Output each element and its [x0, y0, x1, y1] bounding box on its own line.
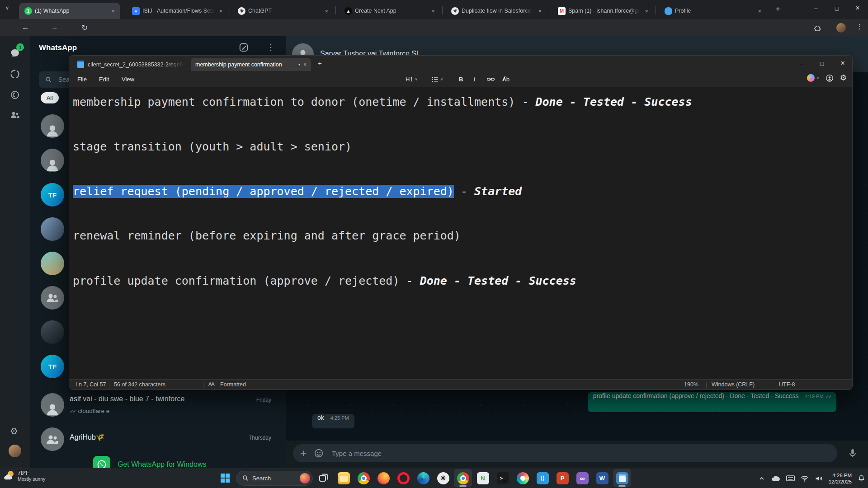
composer-input-bar[interactable]: +	[293, 444, 837, 462]
chat-avatar[interactable]	[41, 149, 64, 172]
browser-profile-avatar[interactable]	[836, 23, 846, 33]
tray-overflow-chevron-icon[interactable]	[758, 475, 765, 482]
tab-close-icon[interactable]: ×	[643, 7, 650, 15]
mic-icon[interactable]	[847, 448, 858, 459]
tab-whatsapp[interactable]: 1 (1) WhatsApp ×	[19, 3, 120, 19]
chat-avatar-twinforce[interactable]: TF	[41, 355, 64, 378]
notifications-bell-icon[interactable]	[858, 474, 865, 482]
encoding-indicator[interactable]: UTF-8	[779, 381, 795, 388]
taskbar-icon-task-view[interactable]	[315, 469, 333, 487]
account-icon[interactable]	[826, 74, 834, 82]
incoming-message[interactable]: ok 4:25 PM	[312, 414, 354, 428]
taskbar-icon-visual-studio[interactable]: ∞	[573, 469, 591, 487]
extensions-icon[interactable]	[814, 24, 821, 32]
formatted-indicator[interactable]: Formatted	[220, 381, 246, 388]
chat-avatar[interactable]	[41, 217, 64, 241]
tab-close-icon[interactable]: ×	[756, 7, 763, 15]
italic-button[interactable]: I	[471, 73, 478, 85]
tab-close-icon[interactable]: ×	[429, 7, 437, 15]
tab-search-chevron-icon[interactable]: ∨	[5, 5, 9, 11]
tab-close-icon[interactable]: ×	[217, 7, 224, 15]
profile-avatar[interactable]	[9, 445, 21, 457]
tab-chatgpt[interactable]: ✳ ChatGPT ×	[232, 3, 334, 19]
notepad-settings-icon[interactable]: ⚙	[840, 73, 847, 83]
chat-avatar-twinforce[interactable]: TF	[41, 183, 64, 206]
taskbar-search-box[interactable]: Search	[236, 471, 313, 486]
notepad-titlebar[interactable]: client_secret_2_60053885332-2reqe52rribc…	[69, 56, 853, 71]
taskbar-icon-chatgpt[interactable]: ✳	[434, 469, 452, 487]
chat-avatar-group[interactable]	[41, 286, 64, 310]
zoom-level[interactable]: 190%	[684, 381, 698, 388]
communities-icon[interactable]	[9, 109, 20, 120]
tab-create-next-app[interactable]: ▲ Create Next App ×	[339, 3, 440, 19]
browser-menu-icon[interactable]: ⋮	[856, 23, 863, 31]
link-button[interactable]	[484, 73, 497, 85]
tab-close-icon[interactable]: ×	[536, 7, 543, 15]
emoji-icon[interactable]	[314, 448, 324, 458]
touch-keyboard-icon[interactable]	[786, 475, 795, 482]
chat-avatar[interactable]	[41, 320, 64, 344]
reload-icon[interactable]: ↻	[81, 23, 88, 33]
taskbar-icon-chrome-profile[interactable]	[454, 469, 472, 487]
new-tab-button[interactable]: +	[776, 5, 780, 13]
filter-all-chip[interactable]: All	[41, 92, 59, 103]
tab-duplicate-flow[interactable]: ✳ Duplicate flow in Salesforce ×	[446, 3, 547, 19]
forward-icon[interactable]: →	[51, 23, 58, 32]
chat-avatar[interactable]	[41, 114, 64, 138]
maximize-button[interactable]: ▢	[826, 5, 847, 11]
taskbar-icon-opera[interactable]	[394, 469, 412, 487]
chat-list-item[interactable]: AgriHub🌾 Thursday	[30, 425, 286, 452]
menu-view[interactable]: View	[116, 73, 140, 85]
heading-style-dropdown[interactable]: H1∨	[403, 73, 420, 85]
copilot-dropdown[interactable]: ∨	[807, 74, 819, 82]
attach-plus-icon[interactable]: +	[300, 449, 307, 458]
tab-close-icon[interactable]: ×	[303, 61, 307, 68]
chat-list-item[interactable]: asif vai - diu swe - blue 7 - twinforce …	[30, 389, 286, 422]
taskbar-icon-paint[interactable]	[514, 469, 532, 487]
tab-automation-flows[interactable]: ≡ ISIJ - Automation/Flows Setup - ×	[127, 3, 228, 19]
clear-formatting-button[interactable]: Ab	[500, 73, 512, 85]
line-ending-indicator[interactable]: Windows (CRLF)	[712, 381, 755, 388]
weather-widget[interactable]: 78°F Mostly sunny	[4, 470, 45, 482]
notepad-tab-inactive[interactable]: client_secret_2_60053885332-2reqe52rribc	[73, 58, 189, 71]
tab-close-icon[interactable]: ×	[323, 7, 330, 15]
notepad-close-button[interactable]: ×	[832, 59, 853, 67]
get-whatsapp-banner[interactable]: Get WhatsApp for Windows	[30, 452, 286, 468]
taskbar-icon-file-explorer[interactable]	[335, 469, 353, 487]
wifi-icon[interactable]	[801, 475, 809, 482]
start-button[interactable]	[216, 469, 234, 487]
tab-profile[interactable]: Profile ×	[659, 3, 767, 19]
status-icon[interactable]	[9, 69, 20, 80]
list-style-dropdown[interactable]: ∨	[429, 73, 446, 85]
panel-menu-icon[interactable]: ⋮	[267, 42, 275, 52]
taskbar-icon-notepad[interactable]	[613, 469, 631, 487]
notepad-tab-active[interactable]: membership payment confirmation ● ×	[191, 58, 311, 71]
menu-file[interactable]: File	[72, 73, 92, 85]
taskbar-clock[interactable]: 4:26 PM 12/2/2025	[829, 472, 852, 485]
taskbar-icon-edge[interactable]	[414, 469, 432, 487]
bold-button[interactable]: B	[456, 73, 466, 85]
outgoing-message[interactable]: profile update confirmation (approve / r…	[588, 392, 836, 412]
taskbar-icon-chrome[interactable]	[354, 469, 373, 487]
taskbar-icon-word[interactable]: W	[593, 469, 611, 487]
taskbar-icon-vscode[interactable]: ⟨⟩	[533, 469, 552, 487]
tab-close-icon[interactable]: ×	[109, 7, 117, 15]
channels-icon[interactable]	[9, 89, 20, 100]
onedrive-icon[interactable]	[771, 475, 780, 482]
chat-avatar[interactable]	[41, 252, 64, 275]
message-input[interactable]	[331, 449, 830, 458]
back-icon[interactable]: ←	[22, 23, 29, 32]
minimize-button[interactable]: –	[806, 5, 826, 12]
close-button[interactable]: ×	[847, 4, 868, 12]
menu-edit[interactable]: Edit	[94, 73, 114, 85]
editor-area[interactable]: membership payment confirmation to donor…	[69, 87, 853, 379]
new-chat-icon[interactable]	[239, 42, 249, 52]
notepad-minimize-button[interactable]: –	[791, 60, 811, 67]
notepad-maximize-button[interactable]: ▢	[811, 61, 832, 66]
new-document-button[interactable]: +	[318, 59, 322, 67]
settings-gear-icon[interactable]: ⚙	[10, 426, 18, 436]
taskbar-icon-terminal[interactable]: >_	[494, 469, 512, 487]
taskbar-icon-firefox[interactable]	[374, 469, 392, 487]
taskbar-icon-notepad-plus-plus[interactable]: N	[474, 469, 492, 487]
tab-gmail-spam[interactable]: M Spam (1) - ishann.tforce@gmai ×	[552, 3, 654, 19]
